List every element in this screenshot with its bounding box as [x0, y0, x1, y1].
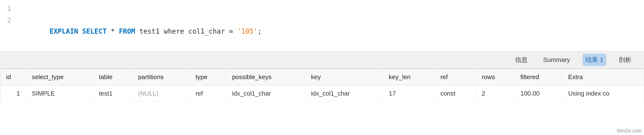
col-header-id: id [0, 69, 26, 86]
info-tab[interactable]: 信息 [512, 54, 530, 66]
col-header-ref: ref [434, 69, 476, 86]
sql-editor[interactable]: 1 2 EXPLAIN SELECT * FROM test1 where co… [0, 0, 644, 51]
col-header-filtered: filtered [514, 69, 562, 86]
col-ref: col1_char = [184, 27, 237, 35]
results-toolbar: 信息 Summary 结果 1 剖析 [0, 51, 644, 69]
col-header-type: type [190, 69, 226, 86]
col-header-key: key [305, 69, 383, 86]
cell-ref: const [434, 86, 476, 102]
col-header-partitions: partitions [132, 69, 190, 86]
col-header-extra: Extra [562, 69, 644, 86]
semicolon: ; [258, 27, 262, 35]
cell-type: ref [190, 86, 226, 102]
col-header-rows: rows [476, 69, 514, 86]
table-header-row: id select_type table partitions type pos… [0, 69, 644, 86]
line-number-1: 1 [0, 4, 17, 14]
cell-partitions: (NULL) [132, 86, 190, 102]
operator-star: * [107, 27, 119, 35]
editor-line-1: 1 [0, 3, 644, 15]
cell-extra: Using index co [562, 86, 644, 102]
line-number-2: 2 [0, 15, 17, 26]
results-table-container[interactable]: id select_type table partitions type pos… [0, 69, 644, 135]
watermark: DevZe.com [616, 128, 643, 134]
editor-line-2: 2 EXPLAIN SELECT * FROM test1 where col1… [0, 15, 644, 48]
keyword-where: where [164, 27, 184, 35]
keyword-explain: EXPLAIN SELECT [50, 27, 107, 35]
analysis-tab[interactable]: 剖析 [616, 54, 634, 66]
cell-rows: 2 [476, 86, 514, 102]
line-content-2: EXPLAIN SELECT * FROM test1 where col1_c… [17, 15, 644, 48]
string-value: '105' [237, 27, 258, 35]
cell-possible-keys: idx_col1_char [226, 86, 305, 102]
summary-tab[interactable]: Summary [540, 54, 573, 66]
table-ref: test1 [135, 27, 164, 35]
cell-table: test1 [93, 86, 132, 102]
table-row: 1 SIMPLE test1 (NULL) ref idx_col1_char … [0, 86, 644, 102]
col-header-table: table [93, 69, 132, 86]
main-container: 1 2 EXPLAIN SELECT * FROM test1 where co… [0, 0, 644, 135]
keyword-from: FROM [119, 27, 135, 35]
col-header-select-type: select_type [26, 69, 93, 86]
cell-key-len: 17 [383, 86, 434, 102]
result-tab[interactable]: 结果 1 [582, 54, 606, 66]
col-header-possible-keys: possible_keys [226, 69, 305, 86]
cell-select-type: SIMPLE [26, 86, 93, 102]
cell-key: idx_col1_char [305, 86, 383, 102]
cell-filtered: 100.00 [514, 86, 562, 102]
results-table: id select_type table partitions type pos… [0, 69, 644, 102]
col-header-key-len: key_len [383, 69, 434, 86]
cell-id: 1 [0, 86, 26, 102]
